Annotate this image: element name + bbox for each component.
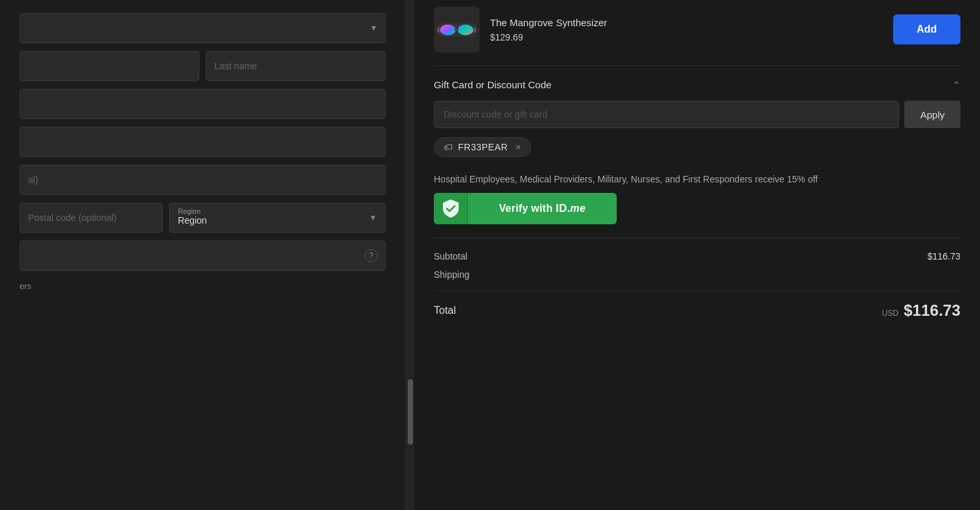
- gift-card-header[interactable]: Gift Card or Discount Code ⌃: [434, 79, 960, 90]
- total-amount: $116.73: [904, 301, 960, 320]
- coupon-remove-button[interactable]: ×: [515, 142, 521, 152]
- gift-card-title: Gift Card or Discount Code: [434, 79, 551, 90]
- totals-section: Subtotal $116.73 Shipping Total USD $116…: [434, 238, 960, 341]
- tag-icon: 🏷: [444, 142, 453, 152]
- scrollbar-thumb[interactable]: [408, 379, 413, 445]
- offers-text: ers: [20, 279, 385, 294]
- last-name-input[interactable]: [206, 51, 385, 81]
- order-summary: The Mangrove Synthesizer $129.69 Add Gif…: [414, 0, 980, 510]
- svg-point-1: [440, 25, 456, 36]
- svg-rect-3: [455, 28, 459, 31]
- idme-me-text: me: [570, 203, 586, 214]
- idme-verify-text: Verify with: [499, 203, 553, 214]
- svg-rect-4: [437, 27, 440, 33]
- phone-wrapper: ?: [20, 241, 385, 271]
- product-image: [434, 7, 480, 52]
- svg-point-2: [458, 25, 474, 36]
- svg-rect-5: [474, 27, 476, 33]
- gift-card-chevron-icon: ⌃: [953, 80, 960, 90]
- grand-total-value: USD $116.73: [882, 301, 960, 320]
- gift-card-section: Gift Card or Discount Code ⌃ Apply 🏷 FR3…: [434, 66, 960, 238]
- phone-input[interactable]: [20, 241, 385, 271]
- question-icon[interactable]: ?: [365, 249, 378, 262]
- postal-wrapper: [20, 203, 163, 233]
- country-select-wrapper: ▼: [20, 13, 385, 43]
- product-info: The Mangrove Synthesizer $129.69: [490, 16, 883, 42]
- postal-region-row: Region Region ▼: [20, 203, 385, 233]
- name-row: [20, 51, 385, 81]
- coupon-code-text: FR33PEAR: [458, 142, 508, 152]
- grand-total-row: Total USD $116.73: [434, 290, 960, 320]
- scrollbar[interactable]: [405, 0, 414, 510]
- address2-input[interactable]: [20, 127, 385, 157]
- region-select-container: Region Region ▼: [169, 203, 385, 233]
- product-item: The Mangrove Synthesizer $129.69 Add: [434, 0, 960, 66]
- product-image-wrapper: [434, 7, 480, 52]
- country-select[interactable]: [20, 13, 385, 43]
- shipping-row: Shipping: [434, 269, 960, 280]
- first-name-input[interactable]: [20, 51, 199, 81]
- coupon-badge: 🏷 FR33PEAR ×: [434, 137, 531, 157]
- shield-check-icon: [442, 198, 460, 219]
- product-name: The Mangrove Synthesizer: [490, 16, 883, 29]
- total-label: Total: [434, 305, 456, 316]
- postal-input[interactable]: [20, 203, 163, 233]
- idme-verify-button[interactable]: Verify with ID.me: [434, 193, 617, 224]
- subtotal-label: Subtotal: [434, 251, 467, 262]
- product-price: $129.69: [490, 32, 883, 42]
- idme-section: Hospital Employees, Medical Providers, M…: [434, 173, 960, 224]
- idme-description: Hospital Employees, Medical Providers, M…: [434, 173, 960, 186]
- subtotal-value: $116.73: [927, 251, 960, 262]
- subtotal-row: Subtotal $116.73: [434, 251, 960, 262]
- discount-input-row: Apply: [434, 101, 960, 128]
- product-goggles-svg: [437, 16, 476, 42]
- idme-brand-text: ID.: [556, 202, 570, 215]
- idme-shield-icon: [434, 193, 468, 224]
- discount-code-input[interactable]: [434, 101, 899, 128]
- address1-input[interactable]: [20, 89, 385, 119]
- idme-button-label: Verify with ID.me: [468, 202, 617, 215]
- add-product-button[interactable]: Add: [893, 14, 960, 44]
- checkout-form: ▼ Region Region ▼: [0, 0, 405, 510]
- city-input[interactable]: [20, 165, 385, 195]
- currency-label: USD: [882, 309, 898, 318]
- apply-button[interactable]: Apply: [904, 101, 960, 128]
- shipping-label: Shipping: [434, 269, 470, 280]
